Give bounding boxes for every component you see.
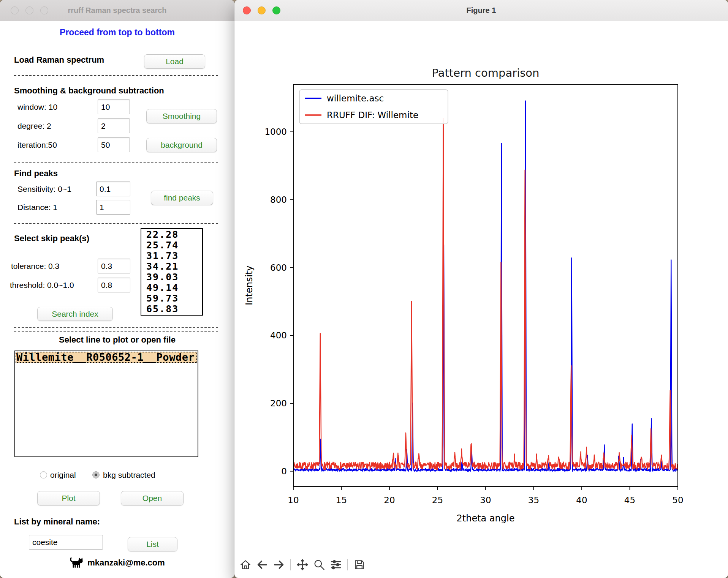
degree-input[interactable] [98, 118, 130, 133]
distance-label: Distance: 1 [17, 200, 57, 215]
separator-dashed [14, 223, 218, 224]
tolerance-label: tolerance: 0.3 [11, 259, 59, 273]
smoothing-button[interactable]: Smoothing [146, 109, 217, 123]
peak-list-item[interactable]: 39.03 [146, 272, 202, 283]
instruction-text: Proceed from top to bottom [0, 27, 234, 38]
svg-text:45: 45 [624, 495, 635, 505]
window-title: rruff Raman spectra search [0, 0, 234, 21]
window-input[interactable] [98, 99, 130, 114]
radio-bkg-subtracted-label[interactable]: bkg subtracted [103, 467, 155, 482]
iteration-label: iteration:50 [17, 137, 57, 152]
find-peaks-heading: Find peaks [14, 169, 58, 178]
svg-text:40: 40 [576, 495, 587, 505]
peak-list-item[interactable]: 31.73 [146, 251, 202, 261]
threshold-label: threshold: 0.0~1.0 [10, 278, 74, 292]
raman-search-window: rruff Raman spectra search Proceed from … [0, 0, 234, 578]
svg-text:Intensity: Intensity [244, 265, 255, 305]
home-icon[interactable] [238, 557, 253, 572]
back-icon[interactable] [255, 557, 269, 572]
toolbar-separator [290, 559, 291, 570]
svg-text:25: 25 [432, 495, 443, 505]
svg-text:Pattern comparison: Pattern comparison [432, 66, 540, 79]
mineral-heading: List by mineral name: [14, 517, 100, 527]
peak-list-item[interactable]: 34.21 [146, 261, 202, 272]
svg-text:2theta angle: 2theta angle [457, 513, 515, 524]
mineral-name-input[interactable] [29, 535, 103, 550]
svg-text:50: 50 [672, 495, 683, 505]
svg-text:800: 800 [270, 195, 287, 205]
peak-list-item[interactable]: 59.73 [146, 293, 202, 304]
skip-peaks-heading: Select skip peak(s) [14, 234, 89, 243]
left-titlebar: rruff Raman spectra search [0, 0, 234, 21]
svg-text:600: 600 [270, 263, 287, 273]
file-section-heading: Select line to plot or open file [0, 335, 234, 345]
smoothing-heading: Smoothing & background subtraction [14, 86, 164, 96]
radio-original[interactable] [40, 471, 47, 479]
open-button[interactable]: Open [121, 491, 184, 505]
svg-text:20: 20 [384, 495, 395, 505]
peak-list-item[interactable]: 25.74 [146, 240, 202, 251]
svg-text:200: 200 [270, 398, 287, 408]
figure-title: Figure 1 [234, 0, 728, 21]
window-label: window: 10 [17, 99, 57, 114]
figure-canvas[interactable]: 10152025303540455002004006008001000wille… [234, 21, 728, 556]
footer: mkanzaki@me.com [0, 557, 234, 568]
separator-dashed [14, 75, 218, 76]
list-button[interactable]: List [128, 537, 177, 551]
distance-input[interactable] [96, 200, 130, 215]
svg-text:RRUFF DIF: Willemite: RRUFF DIF: Willemite [327, 110, 418, 120]
sensitivity-input[interactable] [96, 182, 130, 196]
separator-dashed [14, 162, 218, 163]
load-section-label: Load Raman spectrum [14, 55, 104, 65]
iteration-input[interactable] [98, 137, 130, 152]
svg-text:0: 0 [281, 466, 287, 476]
svg-text:30: 30 [480, 495, 491, 505]
sensitivity-label: Sensitivity: 0~1 [17, 182, 71, 196]
load-button[interactable]: Load [144, 54, 205, 69]
file-listbox[interactable]: Willemite__R050652-1__Powder [14, 351, 198, 457]
threshold-input[interactable] [98, 278, 130, 292]
svg-text:10: 10 [288, 495, 299, 505]
skip-peaks-listbox[interactable]: 22.28 25.74 31.73 34.21 39.03 49.14 59.7… [141, 228, 203, 316]
svg-text:1000: 1000 [264, 127, 287, 137]
figure-window: Figure 1 1015202530354045500200400600800… [234, 0, 728, 578]
separator-double [14, 327, 218, 332]
peak-list-item[interactable]: 49.14 [146, 283, 202, 293]
footer-email: mkanzaki@me.com [87, 558, 165, 568]
peak-list-item[interactable]: 65.83 [146, 304, 202, 314]
figure-titlebar: Figure 1 [234, 0, 728, 21]
peak-list-item[interactable]: 22.28 [146, 229, 202, 240]
find-peaks-button[interactable]: find peaks [151, 191, 213, 205]
tolerance-input[interactable] [98, 259, 130, 273]
svg-text:400: 400 [270, 330, 287, 340]
background-button[interactable]: background [146, 138, 217, 152]
cat-icon [70, 557, 84, 568]
svg-text:willemite.asc: willemite.asc [327, 93, 384, 103]
zoom-icon[interactable] [312, 557, 326, 572]
mpl-toolbar [238, 556, 367, 573]
radio-original-label[interactable]: original [50, 467, 76, 482]
degree-label: degree: 2 [17, 118, 51, 133]
configure-subplots-icon[interactable] [329, 557, 343, 572]
svg-text:35: 35 [528, 495, 539, 505]
file-list-item-selected[interactable]: Willemite__R050652-1__Powder [16, 352, 197, 363]
plot-button[interactable]: Plot [37, 491, 100, 505]
svg-text:15: 15 [336, 495, 347, 505]
save-icon[interactable] [352, 557, 367, 572]
search-index-button[interactable]: Search index [37, 307, 113, 321]
toolbar-separator [347, 559, 348, 570]
pan-icon[interactable] [295, 557, 310, 572]
forward-icon[interactable] [272, 557, 286, 572]
radio-bkg-subtracted[interactable] [92, 471, 100, 479]
